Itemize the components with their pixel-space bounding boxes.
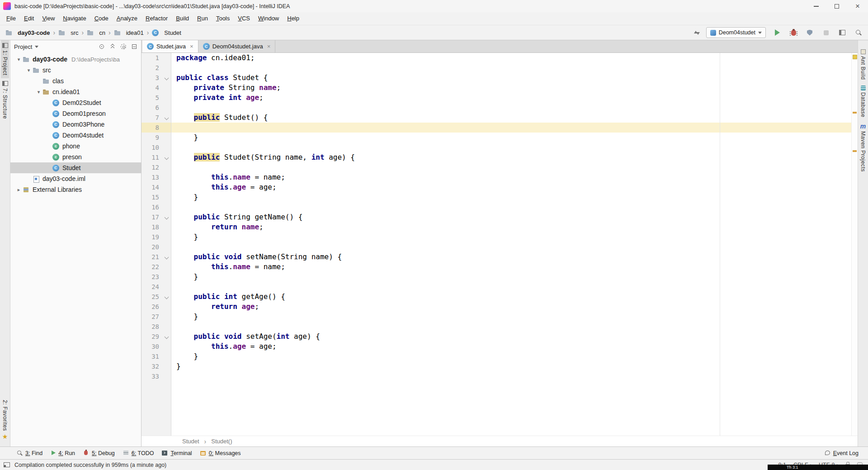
line-number[interactable]: 32: [142, 361, 162, 371]
tree-item-deom03phone[interactable]: CDeom03Phone: [10, 119, 141, 130]
toolwindow-button-0-messages[interactable]: 0: Messages: [196, 449, 245, 457]
run-config-select[interactable]: Deom04studet: [706, 27, 766, 38]
line-number[interactable]: 9: [142, 133, 162, 142]
code-line-23[interactable]: 23 }: [142, 272, 858, 282]
tree-item-src[interactable]: ▾src: [10, 65, 141, 76]
chevron-down-icon[interactable]: ▾: [15, 57, 23, 62]
line-number[interactable]: 19: [142, 232, 162, 242]
sort-icon[interactable]: [693, 29, 700, 36]
breadcrumb-class[interactable]: Studet: [182, 438, 199, 445]
code-line-7[interactable]: 7 public Studet() {: [142, 113, 858, 123]
toolwindow-favorites-button[interactable]: 2: Favorites ★: [1, 397, 9, 443]
menu-item-view[interactable]: View: [38, 12, 59, 25]
fold-marker[interactable]: [162, 152, 171, 162]
hide-panel-icon[interactable]: [131, 43, 137, 50]
code-line-25[interactable]: 25 public int getAge() {: [142, 292, 858, 302]
editor-scrollbar[interactable]: [851, 53, 858, 436]
code-line-29[interactable]: 29 public void setAge(int age) {: [142, 332, 858, 342]
code-line-32[interactable]: 32}: [142, 361, 858, 371]
gear-icon[interactable]: [120, 43, 127, 50]
toggle-toolwindows-icon[interactable]: [4, 462, 10, 467]
code-line-20[interactable]: 20: [142, 242, 858, 252]
line-number[interactable]: 13: [142, 172, 162, 182]
debug-button[interactable]: [788, 28, 798, 38]
code-line-15[interactable]: 15 }: [142, 192, 858, 202]
tree-item-external-libraries[interactable]: ▸External Libraries: [10, 184, 141, 195]
menu-item-edit[interactable]: Edit: [20, 12, 38, 25]
tree-item-studet[interactable]: CStudet: [10, 162, 141, 173]
line-number[interactable]: 21: [142, 252, 162, 262]
line-number[interactable]: 11: [142, 152, 162, 162]
code-line-3[interactable]: 3public class Studet {: [142, 73, 858, 83]
menu-item-help[interactable]: Help: [283, 12, 303, 25]
minimize-button[interactable]: [806, 0, 826, 12]
fold-marker[interactable]: [162, 292, 171, 302]
menu-item-code[interactable]: Code: [90, 12, 113, 25]
code-line-19[interactable]: 19 }: [142, 232, 858, 242]
line-number[interactable]: 3: [142, 73, 162, 83]
line-number[interactable]: 2: [142, 63, 162, 73]
chevron-down-icon[interactable]: [35, 46, 38, 48]
collapse-all-icon[interactable]: [109, 43, 116, 50]
close-icon[interactable]: ×: [190, 43, 193, 50]
line-number[interactable]: 22: [142, 262, 162, 272]
code-line-6[interactable]: 6: [142, 103, 858, 113]
toolwindow-antbuild-button[interactable]: Ant Build: [859, 47, 867, 83]
chevron-right-icon[interactable]: ▸: [15, 187, 23, 193]
fold-marker[interactable]: [162, 212, 171, 222]
code-line-5[interactable]: 5 private int age;: [142, 93, 858, 103]
line-number[interactable]: 20: [142, 242, 162, 252]
line-number[interactable]: 33: [142, 371, 162, 381]
code-line-12[interactable]: 12: [142, 162, 858, 172]
maximize-button[interactable]: [826, 0, 847, 12]
code-line-33[interactable]: 33: [142, 371, 858, 381]
warning-stripe-mark[interactable]: [853, 150, 857, 152]
code-line-10[interactable]: 10: [142, 142, 858, 152]
line-number[interactable]: 7: [142, 113, 162, 123]
line-number[interactable]: 17: [142, 212, 162, 222]
menu-item-tools[interactable]: Tools: [212, 12, 234, 25]
line-number[interactable]: 30: [142, 342, 162, 351]
code-line-1[interactable]: 1package cn.idea01;: [142, 53, 858, 63]
menu-item-run[interactable]: Run: [193, 12, 212, 25]
fold-marker[interactable]: [162, 332, 171, 342]
code-line-4[interactable]: 4 private String name;: [142, 83, 858, 93]
code-line-21[interactable]: 21 public void setName(String name) {: [142, 252, 858, 262]
tree-item-day03-code[interactable]: ▾day03-codeD:\IdeaProjects\ba: [10, 54, 141, 65]
breadcrumb-item-day03-code[interactable]: day03-code: [4, 28, 52, 37]
tree-item-day03-code-iml[interactable]: day03-code.iml: [10, 173, 141, 184]
line-number[interactable]: 16: [142, 202, 162, 212]
run-button[interactable]: [772, 28, 782, 38]
menu-item-file[interactable]: File: [2, 12, 20, 25]
code-line-16[interactable]: 16: [142, 202, 858, 212]
tree-item-cn-idea01[interactable]: ▾cn.idea01: [10, 86, 141, 97]
code-line-13[interactable]: 13 this.name = name;: [142, 172, 858, 182]
toolwindow-structure-button[interactable]: 7: Structure: [1, 78, 9, 122]
tree-item-dem02studet[interactable]: CDem02Studet: [10, 97, 141, 108]
toolwindow-button-5-debug[interactable]: 5: Debug: [79, 449, 119, 457]
code-line-18[interactable]: 18 return name;: [142, 222, 858, 232]
breadcrumb-item-studet[interactable]: CStudet: [150, 28, 183, 37]
line-number[interactable]: 25: [142, 292, 162, 302]
close-button[interactable]: ×: [847, 0, 868, 12]
tree-item-preson[interactable]: cpreson: [10, 152, 141, 162]
code-line-24[interactable]: 24: [142, 282, 858, 292]
locate-file-icon[interactable]: [99, 43, 105, 50]
editor[interactable]: 1package cn.idea01;23public class Studet…: [142, 53, 858, 436]
menu-item-analyze[interactable]: Analyze: [113, 12, 142, 25]
toolwindow-button-4-run[interactable]: 4: Run: [47, 449, 79, 457]
line-number[interactable]: 29: [142, 332, 162, 342]
line-number[interactable]: 27: [142, 312, 162, 322]
toolwindow-project-button[interactable]: 1: Project: [1, 40, 9, 78]
toolwindow-button-6-todo[interactable]: 6: TODO: [119, 449, 158, 457]
line-number[interactable]: 8: [142, 123, 162, 133]
code-line-22[interactable]: 22 this.name = name;: [142, 262, 858, 272]
code-line-14[interactable]: 14 this.age = age;: [142, 182, 858, 192]
toolwindow-button-3-find[interactable]: 3: Find: [13, 449, 47, 457]
code-line-27[interactable]: 27 }: [142, 312, 858, 322]
tree-item-deom04studet[interactable]: CDeom04studet: [10, 130, 141, 141]
line-number[interactable]: 5: [142, 93, 162, 103]
line-number[interactable]: 6: [142, 103, 162, 113]
line-number[interactable]: 1: [142, 53, 162, 63]
toolwindow-button-terminal[interactable]: Terminal: [158, 449, 196, 457]
